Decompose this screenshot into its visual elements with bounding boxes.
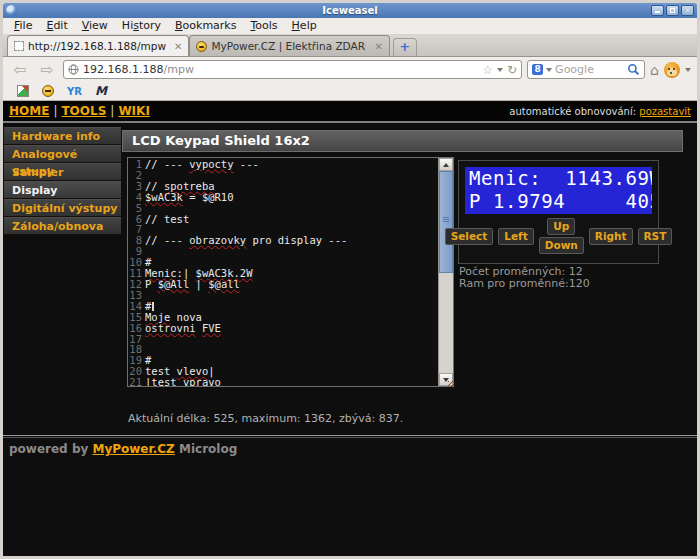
code-line-12[interactable]: 12P $@All | $@all [128, 279, 438, 290]
tab-current-page[interactable]: http://192.168.1.188/mpw ✕ [7, 35, 189, 56]
bookmarks-bar: YR M [3, 82, 697, 101]
tab-close-icon[interactable]: ✕ [174, 41, 182, 52]
footer-suffix: Microlog [179, 442, 237, 456]
globe-icon [68, 64, 79, 75]
line-number: 5 [128, 203, 145, 214]
line-number: 16 [128, 323, 145, 334]
editor-status-text: Aktuální délka: 525, maximum: 1362, zbýv… [128, 412, 403, 425]
toolbar-overflow-icon[interactable] [685, 68, 691, 72]
sidebar-item-sampler[interactable]: Sampler [4, 163, 121, 181]
code-line-17[interactable]: 17 [128, 334, 438, 345]
code-line-1[interactable]: 1// --- vypocty --- [128, 159, 438, 170]
url-host: 192.168.1.188 [83, 63, 163, 76]
up-button[interactable]: Up [547, 218, 575, 235]
line-text: P $@All | $@all [145, 279, 240, 290]
nav-link-tools[interactable]: TOOLS [61, 104, 106, 118]
search-placeholder[interactable]: Google [555, 63, 624, 76]
down-button[interactable]: Down [539, 237, 584, 254]
back-button[interactable]: ⇦ [9, 60, 31, 80]
footer-prefix: powered by [9, 442, 88, 456]
title-bar[interactable]: Iceweasel ✕ [3, 3, 697, 18]
line-text: // --- vypocty --- [145, 159, 259, 170]
url-bar[interactable]: 192.168.1.188/mpw ☆ ↻ [63, 60, 522, 79]
footer-divider-shadow [3, 437, 697, 438]
variables-count: Počet proměnných: 12 [459, 266, 590, 278]
code-line-21[interactable]: 21|test vpravo [128, 377, 438, 386]
search-bar[interactable]: 8 Google [527, 60, 645, 79]
tab-mypower[interactable]: MyPower.CZ | Elektřina ZDARMA! ✕ [189, 35, 389, 56]
left-button[interactable]: Left [498, 228, 533, 245]
menu-bookmarks[interactable]: Bookmarks [168, 18, 243, 34]
code-line-18[interactable]: 18 [128, 344, 438, 355]
smiley-favicon-icon [196, 41, 207, 52]
close-button[interactable]: ✕ [681, 5, 694, 16]
right-button[interactable]: Right [589, 228, 633, 245]
nav-link-home[interactable]: HOME [9, 104, 49, 118]
code-lines[interactable]: 1// --- vypocty ---23// spotreba4$wAC3k … [128, 158, 438, 386]
reload-icon[interactable]: ↻ [507, 63, 517, 77]
lcd-panel: Menic: 1143.69WP 1.9794 405 Select Left … [458, 160, 659, 264]
yr-bookmark-icon[interactable]: YR [67, 86, 82, 97]
page-content: HOME | TOOLS | WIKI automatické obnovová… [3, 101, 697, 556]
header-divider [3, 121, 697, 123]
minimize-icon [652, 6, 663, 15]
pause-refresh-link[interactable]: pozastavit [639, 106, 691, 117]
code-line-9[interactable]: 9 [128, 246, 438, 257]
new-tab-button[interactable]: + [393, 38, 417, 56]
nav-separator: | [110, 104, 114, 118]
menu-view[interactable]: View [75, 18, 115, 34]
home-icon[interactable]: ⌂ [650, 63, 659, 77]
line-text: $wAC3k = $@R10 [145, 192, 234, 203]
code-line-16[interactable]: 16ostrovni FVE [128, 323, 438, 334]
maximize-button[interactable] [666, 5, 679, 16]
editor-scrollbar[interactable] [438, 158, 453, 386]
code-editor[interactable]: 1// --- vypocty ---23// spotreba4$wAC3k … [127, 157, 454, 387]
select-button[interactable]: Select [445, 228, 494, 245]
m-bookmark-icon[interactable]: M [95, 84, 107, 98]
minimize-button[interactable] [651, 5, 664, 16]
code-line-4[interactable]: 4$wAC3k = $@R10 [128, 192, 438, 203]
search-magnifier-icon[interactable] [627, 63, 640, 76]
rst-button[interactable]: RST [638, 228, 673, 245]
auto-refresh-label: automatické obnovování: [509, 106, 636, 117]
url-text[interactable]: 192.168.1.188/mpw [83, 63, 478, 76]
search-engine-dropdown-icon[interactable] [546, 68, 552, 72]
foxyproxy-monkey-icon[interactable] [664, 62, 680, 78]
close-icon: ✕ [682, 6, 693, 15]
tab-label: MyPower.CZ | Elektřina ZDARMA! [211, 40, 366, 52]
scrollbar-thumb[interactable] [439, 171, 453, 273]
sidebar-item-digitalni-vystupy[interactable]: Digitální výstupy [4, 199, 121, 217]
menu-history[interactable]: History [115, 18, 168, 34]
lcd-line1: Menic: 1143.69W [469, 167, 652, 189]
menu-help[interactable]: Help [285, 18, 324, 34]
code-line-13[interactable]: 13 [128, 290, 438, 301]
sidebar-item-display[interactable]: Display [4, 181, 121, 199]
url-path: /mpw [163, 63, 193, 76]
menu-edit[interactable]: Edit [39, 18, 74, 34]
menu-tools[interactable]: Tools [243, 18, 284, 34]
line-number: 4 [128, 192, 145, 203]
map-bookmark-icon[interactable] [17, 85, 29, 97]
sidebar-item-analogove-vstupy[interactable]: Analogové vstupy [4, 145, 121, 163]
nav-link-wiki[interactable]: WIKI [118, 104, 149, 118]
code-line-6[interactable]: 6// test [128, 214, 438, 225]
scroll-up-icon[interactable] [439, 158, 453, 171]
menu-file[interactable]: File [7, 18, 39, 34]
forward-button[interactable]: ⇨ [36, 60, 58, 80]
code-line-8[interactable]: 8// --- obrazovky pro display --- [128, 235, 438, 246]
url-dropdown-icon[interactable] [497, 68, 503, 72]
smiley-bookmark-icon[interactable] [42, 85, 54, 97]
variables-info: Počet proměnných: 12 Ram pro proměnné:12… [459, 266, 590, 289]
lcd-display: Menic: 1143.69WP 1.9794 405 [465, 167, 652, 214]
resize-grip[interactable] [448, 381, 454, 387]
line-text: // --- obrazovky pro display --- [145, 235, 347, 246]
sidebar-item-hardware-info[interactable]: Hardware info [4, 127, 121, 145]
bookmark-star-icon[interactable]: ☆ [482, 63, 493, 77]
line-number: 21 [128, 377, 145, 386]
maximize-icon [667, 6, 678, 15]
text-caret [152, 302, 154, 311]
mypower-link[interactable]: MyPower.CZ [92, 442, 174, 456]
sidebar-item-zaloha-obnova[interactable]: Záloha/obnova [4, 217, 121, 235]
menu-items: FileEditViewHistoryBookmarksToolsHelp [7, 18, 324, 34]
tab-close-icon[interactable]: ✕ [374, 41, 382, 52]
